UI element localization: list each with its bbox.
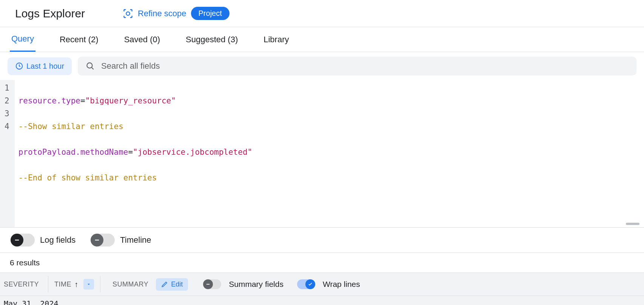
page-title: Logs Explorer [15, 7, 85, 20]
query-token-comment: --End of show similar entries [18, 173, 157, 182]
edit-summary-button[interactable]: Edit [156, 278, 188, 291]
wrap-lines-toggle[interactable] [297, 279, 315, 289]
resize-handle[interactable] [626, 223, 639, 225]
line-number: 3 [5, 107, 9, 120]
line-number: 4 [5, 120, 9, 133]
time-range-chip[interactable]: Last 1 hour [8, 57, 72, 75]
search-icon [85, 61, 95, 71]
query-token-string: "jobservice.jobcompleted" [133, 148, 252, 157]
query-token-key: resource.type [18, 96, 80, 105]
search-box[interactable] [78, 57, 636, 75]
tab-suggested[interactable]: Suggested (3) [184, 28, 239, 51]
col-severity: Severity [4, 280, 39, 288]
col-time-label: Time [54, 280, 71, 288]
scope-icon [123, 8, 133, 19]
tab-saved[interactable]: Saved (0) [123, 28, 162, 51]
sort-asc-icon: ↑ [74, 280, 78, 289]
check-icon [305, 279, 315, 289]
tab-query[interactable]: Query [10, 27, 35, 52]
query-token-op: = [80, 96, 85, 105]
query-token-string: "bigquery_resource" [85, 96, 176, 105]
svg-point-0 [126, 12, 129, 15]
editor-gutter: 1 2 3 4 [0, 80, 15, 227]
results-columns-header: Severity Time ↑ Summary Edit Summary fie… [0, 273, 644, 296]
minus-icon [11, 234, 23, 246]
caret-down-icon [86, 282, 91, 287]
minus-icon [91, 234, 103, 246]
date-header: May 31, 2024 [0, 296, 644, 305]
line-number: 2 [5, 94, 9, 107]
scope-badge: Project [191, 7, 230, 20]
log-fields-toggle-group: Log fields [11, 234, 75, 246]
summary-fields-toggle[interactable] [203, 279, 221, 289]
pencil-icon [161, 281, 168, 288]
refine-scope-label: Refine scope [138, 9, 186, 18]
time-dropdown-button[interactable] [83, 279, 94, 290]
wrap-lines-label: Wrap lines [323, 280, 360, 289]
summary-fields-label: Summary fields [229, 280, 283, 289]
timeline-toggle[interactable] [91, 234, 115, 246]
col-summary: Summary [112, 280, 148, 288]
tab-recent[interactable]: Recent (2) [58, 28, 100, 51]
timeline-toggle-group: Timeline [91, 234, 151, 246]
refine-scope-button[interactable]: Refine scope Project [123, 7, 230, 20]
query-token-key: protoPayload.methodName [18, 148, 128, 157]
timeline-label: Timeline [120, 235, 151, 245]
tab-library[interactable]: Library [262, 28, 290, 51]
query-token-op: = [128, 148, 133, 157]
query-token-comment: --Show similar entries [18, 122, 123, 131]
tabs: Query Recent (2) Saved (0) Suggested (3)… [0, 27, 644, 52]
col-time[interactable]: Time ↑ [48, 276, 100, 293]
search-input[interactable] [101, 61, 629, 71]
line-number: 1 [5, 82, 9, 94]
query-bar: Last 1 hour [0, 52, 644, 80]
panel-toggles: Log fields Timeline [0, 228, 644, 253]
log-fields-toggle[interactable] [11, 234, 35, 246]
header: Logs Explorer Refine scope Project [0, 0, 644, 27]
clock-icon [15, 62, 23, 70]
log-fields-label: Log fields [40, 235, 75, 245]
edit-label: Edit [171, 280, 183, 288]
time-range-label: Last 1 hour [26, 62, 64, 71]
svg-point-2 [87, 63, 92, 68]
editor-code[interactable]: resource.type="bigquery_resource" --Show… [15, 80, 256, 227]
col-summary-group: Summary Edit Summary fields Wrap lines [109, 278, 360, 291]
query-editor[interactable]: 1 2 3 4 resource.type="bigquery_resource… [0, 80, 644, 228]
results-count: 6 results [0, 253, 644, 273]
